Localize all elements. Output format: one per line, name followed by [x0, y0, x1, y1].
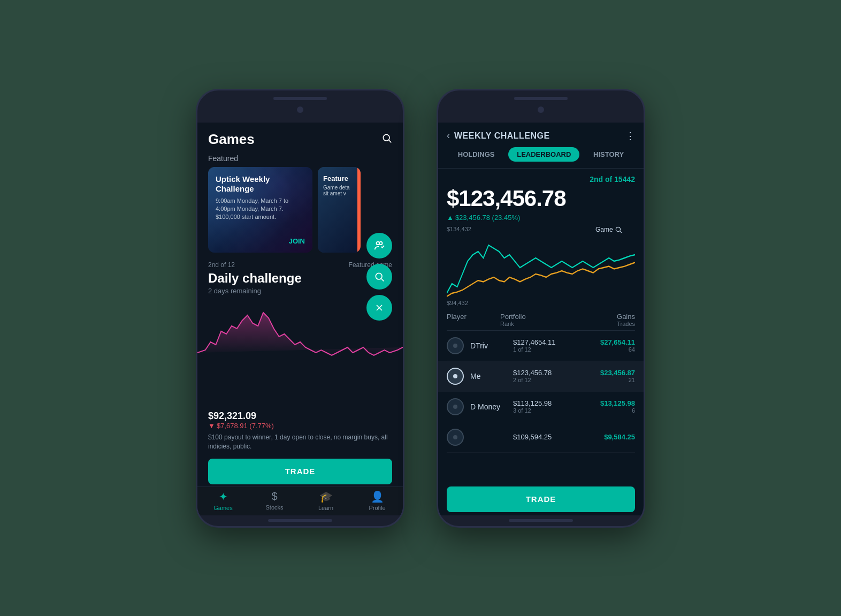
- phone-2-camera: [538, 107, 544, 113]
- phone-1-camera: [297, 107, 303, 113]
- wc-tabs: HOLDINGS LEADERBOARD HISTORY: [438, 147, 644, 169]
- svg-point-8: [616, 227, 620, 232]
- lb-row-3[interactable]: D Money $113,125.98 3 of 12 $13,125.98 6: [447, 392, 635, 422]
- chart-game-label: Game: [595, 226, 622, 234]
- featured-card-2-title: Feature: [323, 174, 355, 182]
- phone-2-screen: ‹ WEEKLY CHALLENGE ⋮ HOLDINGS LEADERBOAR…: [438, 123, 644, 515]
- svg-line-5: [381, 279, 384, 282]
- search-icon[interactable]: [381, 133, 392, 146]
- lb-portfolio-3: $113,125.98 3 of 12: [513, 399, 582, 414]
- wc-change-text: $23,456.78 (23.45%): [455, 214, 520, 222]
- bottom-nav-1: ✦ Games $ Stocks 🎓 Learn 👤 Profile: [197, 486, 403, 515]
- games-nav-icon: ✦: [219, 490, 228, 503]
- game-title: Daily challenge: [208, 271, 392, 286]
- games-title: Games: [208, 131, 255, 148]
- featured-card-1-content: Uptick Weekly Challenge 9:00am Monday, M…: [216, 174, 305, 222]
- lb-avatar-2: [447, 368, 464, 385]
- lb-gains-4: $9,584.25: [582, 433, 635, 441]
- games-header: Games: [197, 123, 403, 152]
- wc-header-left: ‹ WEEKLY CHALLENGE: [447, 130, 550, 141]
- nav-games[interactable]: ✦ Games: [197, 490, 249, 511]
- col-player-header: Player: [447, 313, 500, 327]
- avatar-dot-3: [453, 405, 457, 409]
- game-meta: 2nd of 12 Featured game: [208, 261, 392, 269]
- stocks-nav-icon: $: [271, 490, 277, 503]
- partial-accent: [357, 167, 361, 253]
- add-group-fab[interactable]: [366, 233, 392, 258]
- learn-nav-icon: 🎓: [319, 490, 333, 503]
- phone-1-bottom-bar: [268, 519, 332, 522]
- col-gains-header: Gains Trades: [582, 313, 635, 327]
- game-value: $92,321.09: [208, 410, 392, 422]
- lb-gains-3: $13,125.98 6: [582, 399, 635, 414]
- game-description: $100 payout to winner, 1 day open to clo…: [208, 433, 392, 451]
- featured-card-2-desc: Game deta sit amet v: [323, 185, 355, 196]
- game-change-text: $7,678.91 (7.77%): [217, 422, 274, 430]
- tab-leaderboard[interactable]: LEADERBOARD: [508, 147, 579, 162]
- wc-value: $123,456.78: [447, 186, 635, 211]
- avatar-dot-2: [453, 374, 457, 378]
- wc-main: 2nd of 15442 $123,456.78 ▲ $23,456.78 (2…: [438, 169, 644, 482]
- lb-name-2: Me: [470, 372, 513, 381]
- chart-top-label: $134,432: [447, 226, 471, 232]
- lb-row-1[interactable]: DTriv $127,4654.11 1 of 12 $27,654.11 64: [447, 331, 635, 361]
- phone-1: Games Featured Uptick Weekly Challenge: [196, 89, 404, 528]
- avatar-dot-4: [453, 435, 457, 439]
- wc-chart: $134,432 $94,432 Game: [447, 226, 635, 306]
- lb-gains-2: $23,456.87 21: [582, 369, 635, 383]
- nav-learn[interactable]: 🎓 Learn: [300, 490, 351, 511]
- game-section: 2nd of 12 Featured game Daily challenge …: [197, 253, 403, 406]
- nav-profile-label: Profile: [369, 505, 385, 511]
- lb-portfolio-4: $109,594.25: [513, 433, 582, 441]
- game-rank: 2nd of 12: [208, 261, 235, 269]
- triangle-up-icon: ▲: [447, 214, 454, 222]
- svg-point-3: [379, 242, 383, 245]
- svg-line-1: [389, 140, 392, 143]
- lb-name-3: D Money: [470, 402, 513, 411]
- profile-nav-icon: 👤: [371, 490, 384, 503]
- wc-header: ‹ WEEKLY CHALLENGE ⋮: [438, 123, 644, 147]
- join-button[interactable]: JOIN: [216, 237, 305, 245]
- tab-holdings[interactable]: HOLDINGS: [449, 147, 503, 162]
- triangle-down-icon: ▼: [208, 422, 215, 430]
- svg-point-4: [376, 273, 382, 279]
- trade-button-2[interactable]: TRADE: [447, 486, 635, 512]
- lb-row-4[interactable]: $109,594.25 $9,584.25: [447, 422, 635, 453]
- leaderboard-header: Player Portfolio Rank Gains Trades: [447, 308, 635, 331]
- search-fab[interactable]: [366, 264, 392, 290]
- lb-row-2[interactable]: Me $123,456.78 2 of 12 $23,456.87 21: [438, 361, 644, 392]
- lb-avatar-4: [447, 429, 464, 446]
- nav-games-label: Games: [213, 505, 232, 511]
- tab-history[interactable]: HISTORY: [585, 147, 632, 162]
- featured-card-2[interactable]: Feature Game deta sit amet v: [318, 167, 361, 253]
- lb-name-1: DTriv: [470, 341, 513, 350]
- game-value-area: $92,321.09 ▼ $7,678.91 (7.77%) $100 payo…: [197, 406, 403, 453]
- lb-portfolio-1: $127,4654.11 1 of 12: [513, 338, 582, 353]
- wc-rank: 2nd of 15442: [447, 175, 635, 184]
- phone-2-bottom-bar: [509, 519, 573, 522]
- featured-card-1-title: Uptick Weekly Challenge: [216, 174, 305, 194]
- lb-avatar-1: [447, 337, 464, 354]
- nav-stocks-label: Stocks: [265, 504, 283, 511]
- weekly-challenge-screen: ‹ WEEKLY CHALLENGE ⋮ HOLDINGS LEADERBOAR…: [438, 123, 644, 515]
- featured-card-1[interactable]: Uptick Weekly Challenge 9:00am Monday, M…: [208, 167, 312, 253]
- wc-change: ▲ $23,456.78 (23.45%): [447, 214, 635, 222]
- phone-2: ‹ WEEKLY CHALLENGE ⋮ HOLDINGS LEADERBOAR…: [437, 89, 645, 528]
- fab-area: [366, 233, 392, 321]
- trade-button-1[interactable]: TRADE: [208, 459, 392, 484]
- close-fab[interactable]: [366, 295, 392, 321]
- menu-icon[interactable]: ⋮: [625, 130, 635, 142]
- game-subtitle: 2 days remaining: [208, 287, 392, 295]
- lb-avatar-3: [447, 398, 464, 415]
- phone-1-screen: Games Featured Uptick Weekly Challenge: [197, 123, 403, 515]
- game-change: ▼ $7,678.91 (7.77%): [208, 422, 392, 430]
- wc-title: WEEKLY CHALLENGE: [454, 131, 550, 141]
- lb-portfolio-2: $123,456.78 2 of 12: [513, 369, 582, 383]
- nav-learn-label: Learn: [318, 505, 333, 511]
- nav-profile[interactable]: 👤 Profile: [351, 490, 403, 511]
- lb-gains-1: $27,654.11 64: [582, 338, 635, 353]
- nav-stocks[interactable]: $ Stocks: [249, 490, 300, 511]
- featured-label: Featured: [197, 152, 403, 167]
- back-button[interactable]: ‹: [447, 130, 450, 141]
- chart-bottom-label: $94,432: [447, 300, 468, 306]
